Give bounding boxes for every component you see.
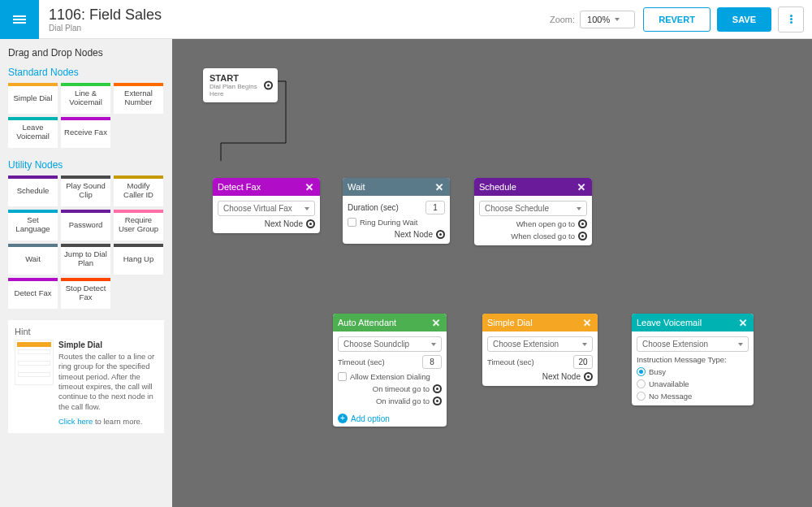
close-button[interactable] bbox=[430, 317, 442, 328]
hint-text: Simple Dial Routes the caller to a line … bbox=[58, 340, 158, 427]
output-port-invalid[interactable] bbox=[433, 396, 442, 405]
wait-node[interactable]: Wait Duration (sec)1 Ring During Wait Ne… bbox=[343, 178, 450, 244]
close-button[interactable] bbox=[581, 317, 593, 328]
node-tile[interactable]: Password bbox=[61, 210, 110, 240]
node-tile[interactable]: Wait bbox=[8, 244, 58, 275]
zoom-select[interactable]: 100% bbox=[580, 11, 635, 28]
output-port[interactable] bbox=[584, 372, 593, 381]
start-node[interactable]: START Dial Plan Begins Here bbox=[203, 68, 278, 102]
zoom-value: 100% bbox=[587, 15, 610, 24]
standard-nodes-grid: Simple DialLine & VoicemailExternal Numb… bbox=[8, 83, 164, 148]
simple-dial-node[interactable]: Simple Dial Choose Extension Timeout (se… bbox=[482, 314, 598, 386]
radio-busy-label: Busy bbox=[649, 367, 666, 376]
node-title: Simple Dial bbox=[487, 318, 533, 327]
radio-no-message-label: No Message bbox=[649, 392, 692, 401]
node-tile[interactable]: Modify Caller ID bbox=[114, 176, 163, 206]
zoom-label: Zoom: bbox=[550, 15, 575, 24]
schedule-select[interactable]: Choose Schedule bbox=[479, 201, 587, 216]
ring-checkbox[interactable] bbox=[348, 218, 356, 227]
output-port-open[interactable] bbox=[578, 219, 587, 228]
open-label: When open go to bbox=[516, 219, 575, 228]
node-tile[interactable]: Stop Detect Fax bbox=[61, 278, 110, 309]
extension-select[interactable]: Choose Extension bbox=[487, 336, 593, 352]
closed-label: When closed go to bbox=[511, 232, 575, 240]
hint-link[interactable]: Click here to learn more. bbox=[58, 417, 158, 427]
timeout-input[interactable]: 20 bbox=[573, 355, 593, 369]
radio-busy[interactable] bbox=[637, 367, 646, 376]
close-icon bbox=[576, 181, 587, 193]
output-port-closed[interactable] bbox=[578, 232, 587, 240]
node-tile[interactable]: Leave Voicemail bbox=[8, 117, 58, 148]
add-option-label: Add option bbox=[351, 414, 390, 423]
timeout-label: Timeout (sec) bbox=[338, 358, 385, 366]
sidebar-title: Drag and Drop Nodes bbox=[8, 47, 164, 58]
close-icon bbox=[304, 181, 315, 193]
add-option-button[interactable]: + Add option bbox=[333, 410, 447, 427]
close-button[interactable] bbox=[434, 181, 445, 193]
plus-icon: + bbox=[338, 414, 348, 423]
app-header: 1106: Field Sales Dial Plan Zoom: 100% R… bbox=[0, 0, 812, 39]
schedule-node[interactable]: Schedule Choose Schedule When open go to… bbox=[474, 178, 592, 245]
node-title: Leave Voicemail bbox=[637, 318, 702, 327]
timeout-label: Timeout (sec) bbox=[487, 358, 534, 366]
next-node-label: Next Node bbox=[265, 219, 303, 228]
duration-input[interactable]: 1 bbox=[425, 201, 445, 214]
soundclip-select[interactable]: Choose Soundclip bbox=[338, 336, 442, 352]
hint-label: Hint bbox=[15, 327, 158, 336]
standard-nodes-label: Standard Nodes bbox=[8, 67, 164, 78]
node-tile[interactable]: Simple Dial bbox=[8, 83, 58, 114]
radio-unavailable-label: Unavailable bbox=[649, 379, 689, 388]
node-tile[interactable]: Require User Group bbox=[114, 210, 163, 240]
node-title: Schedule bbox=[479, 182, 516, 192]
node-tile[interactable]: Line & Voicemail bbox=[61, 83, 110, 114]
page-title: 1106: Field Sales bbox=[49, 6, 162, 24]
output-port[interactable] bbox=[436, 230, 445, 239]
node-tile[interactable]: Hang Up bbox=[114, 244, 163, 275]
leave-voicemail-node[interactable]: Leave Voicemail Choose Extension Instruc… bbox=[632, 314, 754, 405]
timeout-input[interactable]: 8 bbox=[422, 355, 442, 369]
page-subtitle: Dial Plan bbox=[49, 24, 162, 32]
node-tile[interactable]: External Number bbox=[114, 83, 163, 114]
virtual-fax-select[interactable]: Choose Virtual Fax bbox=[218, 201, 315, 216]
node-tile[interactable]: Schedule bbox=[8, 176, 58, 206]
hint-thumbnail bbox=[15, 340, 54, 385]
duration-label: Duration (sec) bbox=[348, 203, 399, 212]
start-title: START bbox=[209, 73, 258, 83]
next-node-label: Next Node bbox=[395, 230, 433, 239]
utility-nodes-grid: SchedulePlay Sound ClipModify Caller IDS… bbox=[8, 176, 164, 309]
node-tile[interactable]: Receive Fax bbox=[61, 117, 110, 148]
extension-select[interactable]: Choose Extension bbox=[637, 336, 749, 352]
output-port[interactable] bbox=[306, 219, 315, 228]
node-tile[interactable]: Jump to Dial Plan bbox=[61, 244, 110, 275]
instruction-label: Instruction Message Type: bbox=[637, 355, 749, 364]
flow-canvas[interactable]: START Dial Plan Begins Here Detect Fax C… bbox=[172, 39, 812, 507]
utility-nodes-label: Utility Nodes bbox=[8, 159, 164, 171]
revert-button[interactable]: REVERT bbox=[643, 7, 710, 32]
save-button[interactable]: SAVE bbox=[717, 7, 771, 32]
close-button[interactable] bbox=[576, 181, 587, 193]
hint-box: Hint Simple Dial Routes the caller to a … bbox=[8, 320, 164, 433]
sidebar: Drag and Drop Nodes Standard Nodes Simpl… bbox=[0, 39, 172, 507]
menu-button[interactable] bbox=[0, 0, 39, 39]
hint-title: Simple Dial bbox=[58, 340, 158, 350]
node-tile[interactable]: Detect Fax bbox=[8, 278, 58, 309]
close-button[interactable] bbox=[304, 181, 315, 193]
on-timeout-label: On timeout go to bbox=[373, 384, 430, 393]
detect-fax-node[interactable]: Detect Fax Choose Virtual Fax Next Node bbox=[213, 178, 320, 233]
output-port[interactable] bbox=[264, 81, 273, 90]
more-button[interactable] bbox=[778, 6, 804, 32]
node-tile[interactable]: Play Sound Clip bbox=[61, 176, 110, 206]
close-button[interactable] bbox=[737, 317, 749, 328]
radio-unavailable[interactable] bbox=[637, 379, 646, 388]
node-tile[interactable]: Set Language bbox=[8, 210, 58, 240]
close-icon bbox=[434, 181, 445, 193]
allow-ext-label: Allow Extension Dialing bbox=[350, 372, 430, 381]
auto-attendant-node[interactable]: Auto Attendant Choose Soundclip Timeout … bbox=[333, 314, 447, 427]
output-port-timeout[interactable] bbox=[433, 384, 442, 393]
radio-no-message[interactable] bbox=[637, 392, 646, 401]
kebab-icon bbox=[790, 14, 793, 24]
close-icon bbox=[737, 317, 749, 328]
allow-ext-checkbox[interactable] bbox=[338, 372, 347, 381]
ring-label: Ring During Wait bbox=[360, 218, 417, 227]
on-invalid-label: On invalid go to bbox=[376, 396, 430, 405]
